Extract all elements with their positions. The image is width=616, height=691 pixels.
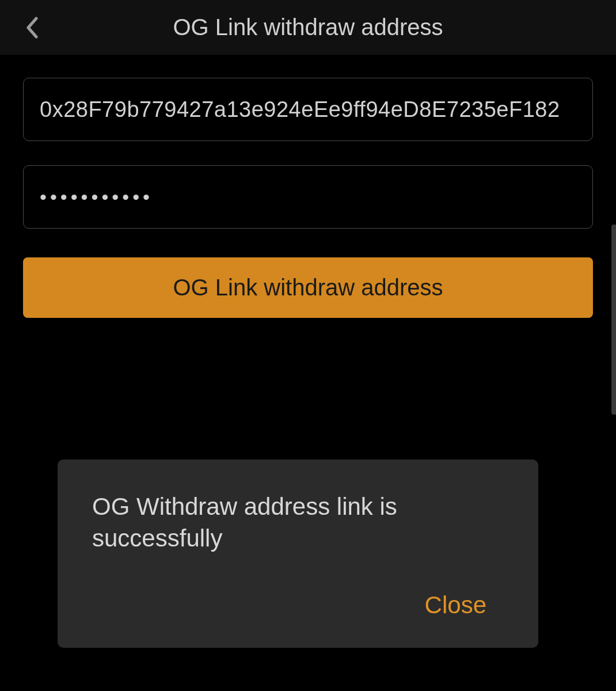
password-input[interactable] bbox=[23, 165, 593, 229]
scroll-indicator[interactable] bbox=[611, 225, 616, 415]
dialog-close-button[interactable]: Close bbox=[408, 586, 504, 625]
header: OG Link withdraw address bbox=[0, 0, 616, 55]
success-dialog: OG Withdraw address link is successfully… bbox=[58, 460, 538, 648]
link-withdraw-button[interactable]: OG Link withdraw address bbox=[23, 257, 593, 318]
withdraw-form: OG Link withdraw address bbox=[0, 55, 616, 318]
withdraw-address-input[interactable] bbox=[23, 78, 593, 141]
page-title: OG Link withdraw address bbox=[0, 14, 616, 40]
dialog-actions: Close bbox=[92, 586, 504, 625]
chevron-left-icon bbox=[25, 17, 38, 39]
back-button[interactable] bbox=[17, 13, 46, 42]
dialog-message: OG Withdraw address link is successfully bbox=[92, 491, 504, 554]
